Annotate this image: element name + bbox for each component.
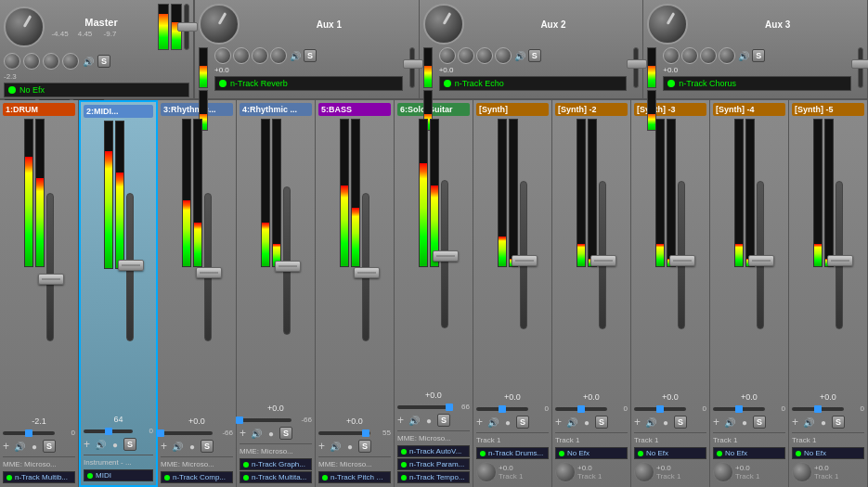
mute-icon-1[interactable]: ● [28, 440, 41, 453]
add-btn-11[interactable]: + [792, 416, 798, 429]
plugin-item-9-0[interactable]: No Efx [634, 447, 706, 459]
solo-btn-1[interactable]: S [43, 440, 56, 453]
add-btn-4[interactable]: + [240, 427, 246, 440]
aux-efx-1[interactable]: n-Track Reverb [214, 76, 403, 91]
aux-speaker-1[interactable]: 🔊 [289, 49, 302, 62]
solo-btn-4[interactable]: S [279, 427, 292, 440]
pan-slider-4[interactable] [240, 418, 291, 422]
aux-knob-sm2-1[interactable] [233, 47, 250, 64]
fader-thumb-7[interactable] [512, 255, 538, 266]
speaker-icon-5[interactable]: 🔊 [329, 440, 342, 453]
pan-thumb-6[interactable] [446, 404, 453, 411]
aux-knob-sm3-3[interactable] [700, 47, 717, 64]
mute-icon-7[interactable]: ● [501, 416, 514, 429]
speaker-icon-4[interactable]: 🔊 [250, 427, 263, 440]
pan-thumb-8[interactable] [577, 405, 585, 413]
plugin-item-1-0[interactable]: n-Track Multib... [3, 471, 75, 483]
solo-btn-2[interactable]: S [123, 438, 136, 451]
master-knob-4[interactable] [62, 53, 79, 70]
mute-icon-6[interactable]: ● [422, 414, 435, 427]
aux-knob-sm3-2[interactable] [476, 47, 493, 64]
synth-send-knob-7[interactable] [476, 462, 497, 482]
aux-knob-3[interactable] [647, 4, 688, 45]
fader-thumb-9[interactable] [669, 255, 695, 266]
speaker-icon-8[interactable]: 🔊 [565, 416, 578, 429]
fader-thumb-8[interactable] [590, 255, 616, 266]
aux-solo-1[interactable]: S [304, 49, 317, 62]
pan-thumb-9[interactable] [656, 405, 664, 413]
pan-slider-6[interactable] [397, 405, 449, 409]
pan-slider-3[interactable] [161, 431, 213, 435]
add-btn-3[interactable]: + [161, 440, 167, 453]
pan-slider-10[interactable] [713, 407, 765, 411]
aux-knob-sm4-3[interactable] [719, 47, 735, 64]
fader-thumb-4[interactable] [275, 261, 301, 272]
mute-icon-11[interactable]: ● [817, 416, 830, 429]
pan-slider-11[interactable] [792, 407, 844, 411]
solo-btn-8[interactable]: S [595, 416, 608, 429]
add-btn-6[interactable]: + [397, 414, 404, 427]
master-fader-thumb[interactable] [177, 22, 198, 32]
master-volume-knob[interactable] [4, 6, 45, 47]
aux-speaker-3[interactable]: 🔊 [737, 49, 750, 62]
synth-send-knob-8[interactable] [555, 462, 576, 482]
aux-knob-sm-2[interactable] [439, 47, 456, 64]
fader-thumb-6[interactable] [433, 250, 459, 262]
mute-icon-2[interactable]: ● [109, 438, 122, 451]
mute-icon-8[interactable]: ● [580, 416, 593, 429]
pan-slider-8[interactable] [555, 407, 607, 411]
aux-efx-2[interactable]: n-Track Echo [439, 76, 628, 91]
speaker-icon-11[interactable]: 🔊 [802, 416, 815, 429]
aux-speaker-2[interactable]: 🔊 [513, 49, 526, 62]
fader-thumb-11[interactable] [827, 255, 853, 266]
master-knob-1[interactable] [4, 53, 20, 70]
add-btn-5[interactable]: + [318, 440, 325, 453]
aux-knob-sm2-3[interactable] [681, 47, 698, 64]
plugin-item-8-0[interactable]: No Efx [555, 447, 628, 459]
pan-thumb-7[interactable] [499, 405, 506, 413]
speaker-icon-1[interactable]: 🔊 [13, 440, 26, 453]
aux-fader-thumb-3[interactable] [851, 59, 868, 69]
plugin-item-6-0[interactable]: n-Track AutoV... [397, 445, 470, 457]
aux-knob-sm4-1[interactable] [270, 47, 287, 64]
mute-icon-9[interactable]: ● [659, 416, 672, 429]
plugin-item-11-0[interactable]: No Efx [792, 447, 864, 459]
aux-knob-sm2-2[interactable] [458, 47, 474, 64]
master-knob-2[interactable] [23, 53, 40, 70]
fader-thumb-2[interactable] [118, 260, 144, 271]
pan-thumb-11[interactable] [814, 405, 822, 413]
pan-slider-2[interactable] [84, 429, 133, 433]
solo-btn-5[interactable]: S [358, 440, 371, 453]
mute-icon-10[interactable]: ● [738, 416, 751, 429]
add-btn-10[interactable]: + [713, 416, 719, 429]
pan-thumb-5[interactable] [362, 429, 369, 437]
plugin-item-6-2[interactable]: n-Track Tempo... [397, 471, 470, 483]
synth-send-knob-10[interactable] [713, 462, 733, 482]
pan-slider-7[interactable] [476, 407, 528, 411]
aux-knob-2[interactable] [423, 4, 464, 45]
speaker-icon-3[interactable]: 🔊 [171, 440, 184, 453]
master-efx-display[interactable]: No Efx [4, 83, 189, 97]
plugin-item-7-0[interactable]: n-Track Drums... [476, 447, 549, 459]
speaker-icon-10[interactable]: 🔊 [723, 416, 736, 429]
mute-icon-5[interactable]: ● [343, 440, 356, 453]
aux-fader-thumb-2[interactable] [627, 59, 647, 69]
aux-knob-sm-3[interactable] [663, 47, 680, 64]
master-knob-3[interactable] [43, 53, 59, 70]
solo-btn-10[interactable]: S [753, 416, 766, 429]
add-btn-7[interactable]: + [476, 416, 483, 429]
master-solo-btn[interactable]: S [97, 55, 110, 68]
pan-thumb-1[interactable] [25, 429, 32, 437]
fader-thumb-3[interactable] [196, 267, 222, 278]
add-btn-9[interactable]: + [634, 416, 641, 429]
pan-slider-1[interactable] [3, 431, 55, 435]
mute-icon-3[interactable]: ● [186, 440, 199, 453]
pan-thumb-3[interactable] [157, 429, 164, 437]
mute-icon-4[interactable]: ● [265, 427, 278, 440]
pan-thumb-4[interactable] [236, 417, 243, 424]
speaker-icon-2[interactable]: 🔊 [94, 438, 107, 451]
aux-efx-3[interactable]: n-Track Chorus [663, 76, 851, 91]
solo-btn-6[interactable]: S [437, 414, 450, 427]
aux-knob-sm-1[interactable] [214, 47, 231, 64]
aux-solo-2[interactable]: S [528, 49, 541, 62]
